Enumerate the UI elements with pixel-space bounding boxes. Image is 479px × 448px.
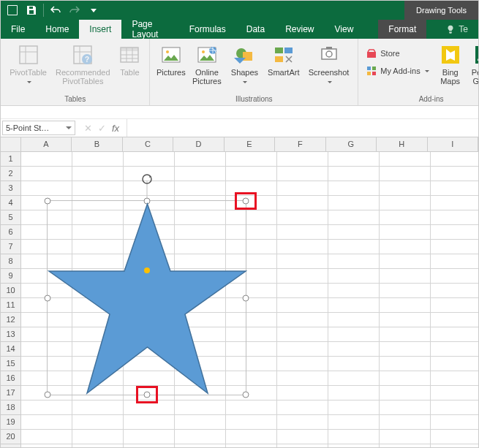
tell-me-search[interactable]: Te <box>435 20 478 39</box>
column-header[interactable]: C <box>123 137 173 151</box>
cancel-icon[interactable]: ✕ <box>84 123 92 134</box>
table-button[interactable]: Table <box>114 42 145 78</box>
tab-review[interactable]: Review <box>275 20 324 39</box>
group-addins: Store My Add-ins Bing Maps People Graph … <box>358 39 479 105</box>
store-button[interactable]: Store <box>366 46 429 61</box>
svg-text:?: ? <box>85 56 89 64</box>
svg-marker-39 <box>49 204 246 393</box>
enter-icon[interactable]: ✓ <box>98 123 106 134</box>
tab-view[interactable]: View <box>325 20 364 39</box>
svg-rect-23 <box>275 48 283 53</box>
row-header[interactable]: 21 <box>1 444 20 448</box>
column-header[interactable]: A <box>21 137 72 151</box>
row-header[interactable]: 8 <box>1 254 20 269</box>
star-shape[interactable] <box>48 201 247 396</box>
row-headers[interactable]: 1 2 3 4 5 6 7 8 9 10 11 12 13 14 15 16 1… <box>1 152 21 448</box>
row-header[interactable]: 16 <box>1 371 20 386</box>
tab-page-layout[interactable]: Page Layout <box>121 20 178 39</box>
column-header[interactable]: H <box>377 137 427 151</box>
shapes-button[interactable]: Shapes <box>226 42 263 87</box>
row-header[interactable]: 7 <box>1 240 20 254</box>
group-illustrations: Pictures Online Pictures Shapes SmartArt… <box>150 39 358 105</box>
shape-adjust-handle[interactable] <box>144 267 150 273</box>
highlight-box <box>235 192 257 210</box>
column-header[interactable]: G <box>326 137 377 151</box>
svg-rect-25 <box>275 56 283 62</box>
people-graph-button[interactable]: People Graph <box>469 42 479 87</box>
group-illustrations-label: Illustrations <box>150 94 358 105</box>
highlight-box <box>136 386 158 403</box>
row-header[interactable]: 15 <box>1 357 20 371</box>
row-header[interactable]: 20 <box>1 430 20 444</box>
row-header[interactable]: 6 <box>1 225 20 240</box>
fx-icon[interactable]: fx <box>112 123 119 134</box>
smartart-button[interactable]: SmartArt <box>266 42 301 78</box>
recommended-pivottables-button[interactable]: ? Recommended PivotTables <box>54 42 111 87</box>
row-header[interactable]: 18 <box>1 400 20 415</box>
svg-rect-26 <box>322 49 336 59</box>
formula-buttons: ✕ ✓ fx <box>77 119 127 137</box>
row-header[interactable]: 12 <box>1 313 20 327</box>
column-header[interactable]: I <box>428 137 478 151</box>
ribbon-tab-strip: File Home Insert Page Layout Formulas Da… <box>1 20 478 39</box>
tab-home[interactable]: Home <box>35 20 79 39</box>
formula-input[interactable] <box>127 119 478 137</box>
group-tables: PivotTable ? Recommended PivotTables Tab… <box>1 39 150 105</box>
undo-button[interactable] <box>47 2 64 18</box>
svg-rect-22 <box>243 52 252 61</box>
pictures-button[interactable]: Pictures <box>154 42 187 78</box>
tab-formulas[interactable]: Formulas <box>179 20 236 39</box>
tab-insert[interactable]: Insert <box>79 20 121 39</box>
excel-app-icon[interactable] <box>4 2 21 18</box>
quick-access-toolbar <box>1 2 102 18</box>
column-header[interactable]: D <box>173 137 224 151</box>
shape-bounding-box[interactable] <box>47 200 246 395</box>
svg-rect-34 <box>475 46 479 64</box>
save-button[interactable] <box>23 2 40 18</box>
svg-point-17 <box>166 50 169 53</box>
svg-rect-31 <box>367 72 371 75</box>
screenshot-button[interactable]: Screenshot <box>304 42 353 87</box>
worksheet-grid[interactable]: A B C D E F G H I 1 2 3 4 5 6 7 8 9 10 1… <box>1 137 478 448</box>
online-pictures-button[interactable]: Online Pictures <box>190 42 223 87</box>
row-header[interactable]: 9 <box>1 269 20 284</box>
tab-file[interactable]: File <box>1 20 35 39</box>
svg-rect-11 <box>121 48 138 51</box>
row-header[interactable]: 2 <box>1 167 20 181</box>
contextual-tab-title: Drawing Tools <box>404 1 478 20</box>
column-header[interactable]: B <box>72 137 122 151</box>
redo-button[interactable] <box>66 2 83 18</box>
cell-area[interactable] <box>21 152 478 448</box>
row-header[interactable]: 11 <box>1 298 20 313</box>
row-header[interactable]: 10 <box>1 284 20 298</box>
svg-rect-1 <box>8 6 17 15</box>
svg-rect-2 <box>20 46 37 64</box>
qat-dropdown[interactable] <box>85 2 102 18</box>
tab-data[interactable]: Data <box>236 20 275 39</box>
column-headers[interactable]: A B C D E F G H I <box>1 137 478 152</box>
row-header[interactable]: 14 <box>1 342 20 357</box>
ribbon-body: PivotTable ? Recommended PivotTables Tab… <box>1 39 478 106</box>
row-header[interactable]: 3 <box>1 181 20 196</box>
bing-maps-button[interactable]: Bing Maps <box>435 42 466 87</box>
select-all-corner[interactable] <box>1 137 21 151</box>
svg-rect-28 <box>326 47 332 49</box>
row-header[interactable]: 5 <box>1 210 20 225</box>
svg-rect-29 <box>367 67 371 70</box>
row-header[interactable]: 13 <box>1 327 20 342</box>
row-header[interactable]: 19 <box>1 415 20 430</box>
tab-format[interactable]: Format <box>378 20 426 39</box>
row-header[interactable]: 17 <box>1 386 20 400</box>
column-header[interactable]: F <box>275 137 325 151</box>
row-header[interactable]: 1 <box>1 152 20 167</box>
svg-rect-24 <box>284 48 293 53</box>
svg-rect-30 <box>372 67 376 70</box>
my-addins-button[interactable]: My Add-ins <box>366 64 429 78</box>
column-header[interactable]: E <box>225 137 275 151</box>
name-box[interactable]: 5-Point St… <box>2 121 75 135</box>
group-tables-label: Tables <box>1 94 149 105</box>
pivottable-button[interactable]: PivotTable <box>5 42 51 87</box>
title-bar: Drawing Tools <box>1 1 478 20</box>
rotation-handle-icon[interactable] <box>141 173 153 185</box>
row-header[interactable]: 4 <box>1 196 20 210</box>
